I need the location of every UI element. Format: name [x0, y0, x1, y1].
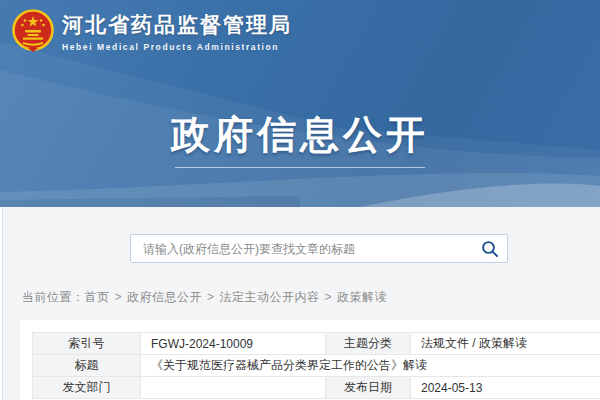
index-number-label: 索引号 — [33, 333, 141, 355]
table-row: 发文部门 发布日期 2024-05-13 — [33, 377, 600, 399]
site-name-english: Hebei Medical Products Administration — [62, 42, 292, 52]
national-emblem-icon — [12, 8, 54, 60]
issuing-department-label: 发文部门 — [33, 377, 141, 399]
index-number-value: FGWJ-2024-10009 — [141, 333, 326, 355]
page-title: 政府信息公开 — [0, 108, 600, 162]
breadcrumb-item-statutory-disclosure[interactable]: 法定主动公开内容 — [220, 290, 320, 304]
topic-category-label: 主题分类 — [326, 333, 411, 355]
issuing-department-value — [141, 377, 326, 399]
breadcrumb-separator: > — [115, 290, 123, 304]
search-button[interactable] — [473, 235, 507, 262]
topic-category-value: 法规文件 / 政策解读 — [411, 333, 600, 355]
site-name: 河北省药品监督管理局 — [62, 12, 292, 38]
search-input[interactable] — [131, 242, 473, 256]
title-underline — [175, 167, 425, 168]
document-meta-table: 索引号 FGWJ-2024-10009 主题分类 法规文件 / 政策解读 标题 … — [32, 332, 600, 399]
doc-title-value: 《关于规范医疗器械产品分类界定工作的公告》解读 — [141, 355, 600, 377]
publish-date-value: 2024-05-13 — [411, 377, 600, 399]
search-box — [130, 234, 508, 263]
publish-date-label: 发布日期 — [326, 377, 411, 399]
breadcrumb-item-home[interactable]: 首页 — [85, 290, 110, 304]
doc-title-label: 标题 — [33, 355, 141, 377]
top-banner: 河北省药品监督管理局 Hebei Medical Products Admini… — [0, 0, 600, 207]
breadcrumb-item-policy-interpretation[interactable]: 政策解读 — [337, 290, 387, 304]
content-section: 当前位置：首页>政府信息公开>法定主动公开内容>政策解读 索引号 FGWJ-20… — [0, 207, 600, 400]
breadcrumb-separator: > — [325, 290, 333, 304]
breadcrumb-separator: > — [207, 290, 215, 304]
breadcrumb-item-gov-info[interactable]: 政府信息公开 — [127, 290, 202, 304]
breadcrumb: 当前位置：首页>政府信息公开>法定主动公开内容>政策解读 — [22, 289, 387, 306]
site-header: 河北省药品监督管理局 Hebei Medical Products Admini… — [12, 8, 292, 60]
breadcrumb-label: 当前位置： — [22, 290, 85, 304]
table-row: 索引号 FGWJ-2024-10009 主题分类 法规文件 / 政策解读 — [33, 333, 600, 355]
document-card: 索引号 FGWJ-2024-10009 主题分类 法规文件 / 政策解读 标题 … — [20, 320, 600, 400]
page-left-gutter — [0, 207, 3, 400]
search-icon — [481, 240, 499, 258]
table-row: 标题 《关于规范医疗器械产品分类界定工作的公告》解读 — [33, 355, 600, 377]
